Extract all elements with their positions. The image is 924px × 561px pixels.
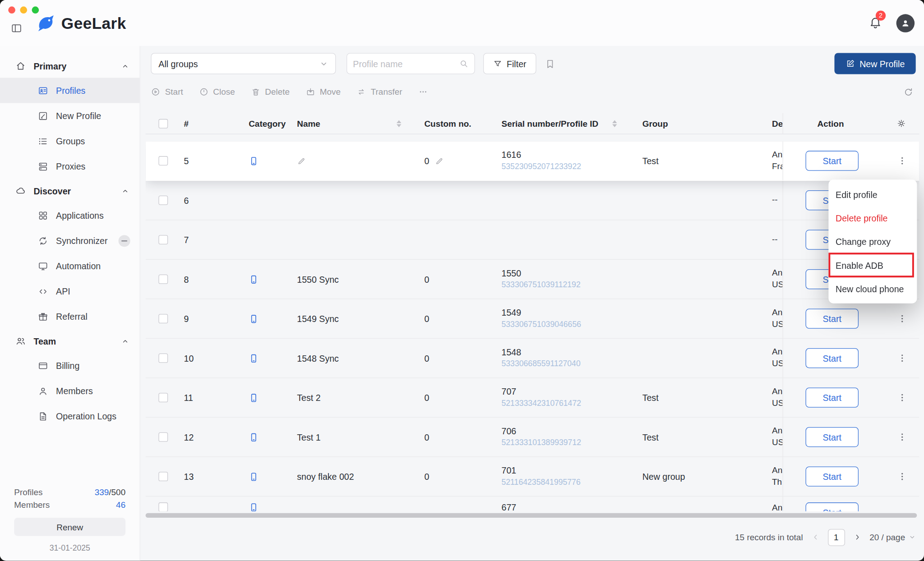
row-checkbox[interactable] [158,432,168,442]
sidebar-item-members[interactable]: Members [0,378,140,404]
sort-icon[interactable] [397,120,401,127]
column-header-label: # [184,119,189,128]
user-avatar[interactable] [896,14,915,32]
row-checkbox[interactable] [158,196,168,205]
sidebar-section-discover[interactable]: Discover [0,179,140,202]
group-cell [622,260,757,299]
window-close-button[interactable] [8,6,15,14]
edit-custom-number-icon[interactable] [435,156,444,166]
sidebar-item-synchronizer[interactable]: Synchronizer [0,228,140,253]
bulk-action-move[interactable]: Move [305,87,341,97]
chevron-down-icon [319,59,328,68]
row-more-menu-button[interactable] [897,471,908,482]
sort-icon[interactable] [612,120,617,127]
sidebar-toggle-icon[interactable] [11,23,23,34]
current-page[interactable]: 1 [827,529,845,546]
app-window: GeeLark 2 PrimaryProfilesNew ProfileGrou… [0,0,924,561]
group-name: Test [642,432,659,442]
home-icon [15,61,26,72]
sidebar-item-operation-logs[interactable]: Operation Logs [0,404,140,429]
start-profile-button[interactable]: Start [805,502,859,511]
sidebar-item-applications[interactable]: Applications [0,202,140,228]
page-size-select[interactable]: 20 / page [869,533,916,542]
row-checkbox[interactable] [158,235,168,244]
action-cell: Start [783,141,919,180]
close-icon [199,87,208,97]
row-checkbox[interactable] [158,275,168,284]
device-info: US [772,358,783,370]
sidebar-item-billing[interactable]: Billing [0,353,140,378]
refresh-icon[interactable] [903,87,913,97]
row-checkbox[interactable] [158,354,168,363]
select-all-checkbox[interactable] [158,119,168,128]
start-profile-button[interactable]: Start [805,151,859,170]
sidebar-section-team[interactable]: Team [0,329,140,353]
sidebar-item-label: Proxies [56,161,85,171]
sidebar-item-new-profile[interactable]: New Profile [0,103,140,129]
profile-search-input[interactable] [353,59,459,69]
start-profile-button[interactable]: Start [805,427,859,447]
serial-number: 701 [502,465,517,476]
column-settings-icon[interactable] [896,119,906,129]
edit-name-icon[interactable] [297,156,306,166]
row-number-cell: 7 [169,220,215,259]
window-zoom-button[interactable] [32,6,39,14]
new-profile-button[interactable]: New Profile [834,53,915,74]
column-header-label: Name [297,119,320,128]
row-more-menu-button[interactable] [897,156,908,166]
next-page-button[interactable] [853,533,861,541]
row-number-cell: 6 [169,181,215,220]
profiles-usage-value: 339/500 [95,487,125,497]
row-more-menu-button[interactable] [897,392,908,403]
row-more-menu-button[interactable] [897,432,908,442]
sidebar-item-referral[interactable]: Referral [0,304,140,329]
sidebar-item-profiles[interactable]: Profiles [0,78,140,103]
api-icon [38,286,49,297]
menu-item-delete-profile[interactable]: Delete profile [828,206,917,230]
menu-item-label: Delete profile [836,213,887,223]
renew-button[interactable]: Renew [14,518,125,536]
bookmark-icon[interactable] [545,58,556,69]
bulk-action-close[interactable]: Close [199,87,235,97]
row-more-menu-button[interactable] [897,313,908,324]
bulk-action-transfer[interactable]: Transfer [356,87,402,97]
menu-item-enable-adb[interactable]: Enable ADB [828,253,917,277]
menu-item-new-cloud-phone[interactable]: New cloud phone [828,277,917,300]
start-profile-button[interactable]: Start [805,308,859,328]
menu-item-change-proxy[interactable]: Change proxy [828,230,917,253]
sidebar-item-groups[interactable]: Groups [0,129,140,154]
table-row: 677AnStart [146,497,919,511]
profile-name: 1548 Sync [297,353,339,363]
start-profile-button[interactable]: Start [805,348,859,368]
row-number: 10 [184,353,194,363]
window-minimize-button[interactable] [20,6,27,14]
bulk-action-delete[interactable]: Delete [251,87,290,97]
sidebar-item-automation[interactable]: Automation [0,253,140,279]
menu-item-edit-profile[interactable]: Edit profile [828,183,917,206]
groups-icon [38,136,49,147]
bulk-action-more[interactable] [418,87,428,97]
horizontal-scrollbar[interactable] [146,513,917,518]
header-actions: 2 [869,0,915,46]
bulk-action-start[interactable]: Start [151,87,183,97]
serial-cell [481,181,622,220]
start-profile-button[interactable]: Start [805,387,859,407]
row-checkbox[interactable] [158,472,168,481]
row-checkbox-cell [146,418,169,456]
prev-page-button[interactable] [811,533,819,541]
sidebar-item-proxies[interactable]: Proxies [0,154,140,179]
custom-number: 0 [424,274,429,284]
sidebar-section-primary[interactable]: Primary [0,54,140,78]
custom-number: 0 [424,314,429,324]
row-checkbox[interactable] [158,314,168,323]
row-checkbox[interactable] [158,393,168,402]
column-header-label: Category [249,119,286,128]
row-checkbox[interactable] [158,502,168,511]
group-filter-select[interactable]: All groups [151,53,336,74]
row-more-menu-button[interactable] [897,353,908,363]
start-profile-button[interactable]: Start [805,466,859,486]
filter-button[interactable]: Filter [483,53,536,74]
notifications-button[interactable]: 2 [869,15,882,31]
row-checkbox[interactable] [158,156,168,166]
sidebar-item-api[interactable]: API [0,279,140,304]
